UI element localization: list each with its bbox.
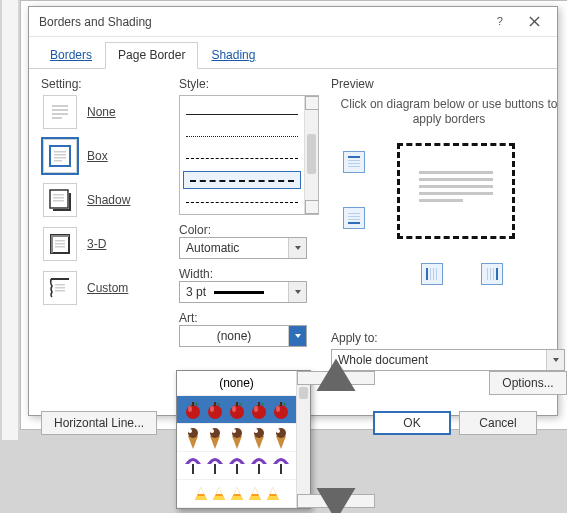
color-label: Color: [179,223,319,237]
style-solid[interactable] [184,106,300,122]
svg-marker-85 [198,487,204,494]
preview-hint: Click on diagram below or use buttons to… [335,97,563,127]
options-button[interactable]: Options... [489,371,567,395]
svg-point-59 [254,406,258,412]
svg-rect-40 [426,268,428,280]
scroll-up-icon[interactable] [297,371,375,385]
style-dashdot[interactable] [184,194,300,210]
dialog-title: Borders and Shading [39,15,483,29]
svg-point-69 [210,429,214,433]
setting-group: Setting: None Box Shadow 3-D [41,77,173,315]
scroll-up-icon[interactable] [305,96,319,110]
svg-rect-9 [54,154,66,156]
setting-none[interactable]: None [43,95,173,129]
color-dropdown[interactable]: Automatic [179,237,307,259]
svg-rect-16 [53,197,64,199]
svg-rect-39 [348,219,360,220]
tab-page-border[interactable]: Page Border [105,42,198,69]
svg-rect-42 [433,268,434,280]
svg-marker-95 [252,487,258,494]
art-dropdown-list[interactable]: (none) [176,370,311,509]
art-dropdown[interactable]: (none) [179,325,307,347]
chevron-down-icon[interactable] [288,238,306,258]
svg-point-66 [188,429,192,433]
svg-rect-12 [50,190,68,208]
style-scrollbar[interactable] [304,96,318,214]
art-option-none[interactable]: (none) [177,371,296,396]
scroll-down-icon[interactable] [305,200,319,214]
svg-rect-34 [348,163,360,164]
svg-marker-92 [234,487,240,494]
svg-marker-31 [295,334,301,338]
svg-rect-43 [436,268,437,280]
setting-shadow[interactable]: Shadow [43,183,173,217]
color-value: Automatic [180,238,288,258]
svg-rect-11 [54,160,62,162]
border-bottom-button[interactable] [343,207,365,229]
svg-rect-3 [52,105,68,107]
svg-marker-87 [195,496,207,500]
help-button[interactable]: ? [483,10,517,34]
style-dotted[interactable] [184,128,300,144]
style-dash-small[interactable] [184,150,300,166]
ok-button[interactable]: OK [373,411,451,435]
border-right-button[interactable] [481,263,503,285]
apply-to-value: Whole document [332,350,546,370]
setting-label: Setting: [41,77,173,91]
apply-to-dropdown[interactable]: Whole document [331,349,565,371]
svg-point-56 [232,406,236,412]
svg-rect-45 [487,268,488,280]
width-dropdown[interactable]: 3 pt [179,281,307,303]
setting-3d[interactable]: 3-D [43,227,173,261]
art-option-apples[interactable] [177,396,296,424]
svg-rect-38 [348,216,360,217]
setting-shadow-label: Shadow [87,193,130,207]
scroll-thumb[interactable] [307,134,316,174]
tab-shading[interactable]: Shading [198,42,268,69]
chevron-down-icon[interactable] [546,350,564,370]
svg-rect-10 [54,157,66,159]
style-list[interactable] [179,95,319,215]
art-label: Art: [179,311,319,325]
chevron-down-icon[interactable] [288,326,306,346]
preview-page[interactable] [397,143,515,239]
setting-none-label: None [87,105,116,119]
border-top-button[interactable] [343,151,365,173]
svg-rect-46 [490,268,491,280]
svg-point-78 [276,429,280,433]
svg-point-50 [188,406,192,412]
width-sample-line [214,291,264,294]
svg-marker-48 [553,358,559,362]
art-option-icecream[interactable] [177,424,296,452]
art-scrollbar[interactable] [296,371,310,508]
svg-rect-82 [258,464,260,474]
svg-marker-101 [317,488,356,513]
svg-rect-23 [55,246,65,248]
horizontal-line-button[interactable]: Horizontal Line... [41,411,157,435]
art-option-umbrellas[interactable] [177,452,296,480]
tab-borders[interactable]: Borders [37,42,105,69]
scroll-thumb[interactable] [299,387,308,399]
close-button[interactable] [517,10,551,34]
chevron-down-icon[interactable] [288,282,306,302]
scroll-down-icon[interactable] [297,494,375,508]
svg-text:?: ? [496,16,502,27]
style-label: Style: [179,77,319,91]
svg-rect-4 [52,109,68,111]
svg-marker-93 [231,496,243,500]
setting-box[interactable]: Box [43,139,173,173]
svg-point-53 [210,406,214,412]
setting-custom[interactable]: Custom [43,271,173,305]
art-value: (none) [180,326,288,346]
cancel-button[interactable]: Cancel [459,411,537,435]
svg-rect-47 [493,268,494,280]
style-dash-selected[interactable] [184,172,300,188]
border-left-button[interactable] [421,263,443,285]
svg-rect-32 [348,156,360,158]
svg-rect-41 [430,268,431,280]
svg-rect-13 [53,209,71,211]
art-option-candycorn[interactable] [177,480,296,508]
setting-3d-label: 3-D [87,237,106,251]
svg-marker-100 [317,359,356,392]
svg-marker-99 [267,496,279,500]
